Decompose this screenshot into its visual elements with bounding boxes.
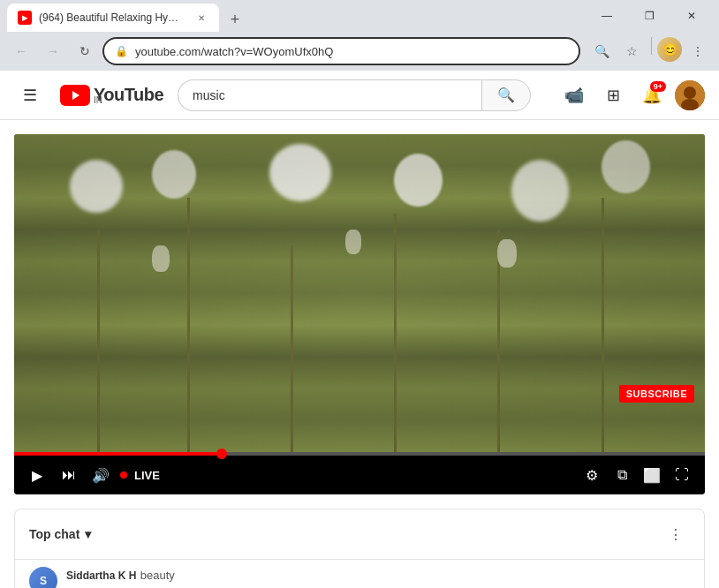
live-label: LIVE <box>134 469 160 482</box>
svg-marker-0 <box>72 91 79 100</box>
forward-button[interactable]: → <box>39 37 67 65</box>
youtube-logo-country: IN <box>94 96 163 105</box>
youtube-header: ☰ YouTube IN 🔍 📹 ⊞ 🔔 9+ <box>0 71 719 120</box>
youtube-logo[interactable]: YouTube IN <box>60 85 163 106</box>
tab-favicon: ▶ <box>18 11 32 25</box>
upload-button[interactable]: 📹 <box>558 79 590 111</box>
chat-dropdown-icon: ▾ <box>85 527 91 541</box>
theater-button[interactable]: ⬜ <box>640 463 664 487</box>
search-input[interactable] <box>178 79 481 111</box>
chat-more-button[interactable]: ⋮ <box>662 520 690 548</box>
browser-search-button[interactable]: 🔍 <box>587 37 616 65</box>
video-container[interactable]: SUBSCRIBE ▶ ⏭ 🔊 LIVE ⚙ ⧉ ⬜ ⛶ <box>14 134 705 494</box>
progress-fill <box>14 452 222 456</box>
chat-section: Top chat ▾ ⋮ S Siddartha K H beauty <box>14 509 705 588</box>
back-button[interactable]: ← <box>7 37 35 65</box>
address-bar[interactable]: 🔒 youtube.com/watch?v=WOyomUfx0hQ <box>102 37 580 65</box>
search-area: 🔍 <box>178 79 531 111</box>
address-text: youtube.com/watch?v=WOyomUfx0hQ <box>135 45 568 58</box>
chat-avatar: S <box>29 567 57 588</box>
notification-badge: 9+ <box>650 81 666 92</box>
play-button[interactable]: ▶ <box>25 463 49 487</box>
settings-button[interactable]: ⚙ <box>579 463 604 487</box>
volume-button[interactable]: 🔊 <box>88 463 113 487</box>
tab-close-button[interactable]: ✕ <box>194 11 208 25</box>
page-content: ☰ YouTube IN 🔍 📹 ⊞ 🔔 9+ <box>0 71 719 588</box>
youtube-logo-icon <box>60 85 90 106</box>
chat-message-text: beauty <box>140 569 175 582</box>
chat-header: Top chat ▾ ⋮ <box>15 509 704 560</box>
notification-button[interactable]: 🔔 9+ <box>636 79 668 111</box>
live-dot <box>120 471 127 479</box>
chat-message: S Siddartha K H beauty <box>15 560 704 588</box>
right-controls: ⚙ ⧉ ⬜ ⛶ <box>579 463 694 487</box>
svg-point-2 <box>684 87 696 99</box>
video-thumbnail: SUBSCRIBE <box>14 134 705 452</box>
header-actions: 📹 ⊞ 🔔 9+ <box>558 79 705 111</box>
chat-content: Siddartha K H beauty <box>66 567 690 583</box>
chat-username: Siddartha K H <box>66 569 136 582</box>
refresh-button[interactable]: ↻ <box>71 37 99 65</box>
progress-dot <box>216 449 227 459</box>
browser-actions: 🔍 ☆ 😊 ⋮ <box>587 37 712 65</box>
active-tab[interactable]: ▶ (964) Beautiful Relaxing Hymns... ✕ <box>7 4 219 32</box>
window-controls: — ❐ ✕ <box>587 2 712 30</box>
bookmark-button[interactable]: ☆ <box>617 37 646 65</box>
search-button[interactable]: 🔍 <box>481 79 531 111</box>
video-progress[interactable] <box>14 452 705 456</box>
menu-button[interactable]: ☰ <box>14 79 46 111</box>
restore-button[interactable]: ❐ <box>629 2 670 30</box>
next-button[interactable]: ⏭ <box>57 463 81 487</box>
chat-title[interactable]: Top chat ▾ <box>29 527 91 541</box>
user-avatar[interactable] <box>675 80 705 110</box>
title-bar: ▶ (964) Beautiful Relaxing Hymns... ✕ + … <box>0 0 719 32</box>
minimize-button[interactable]: — <box>587 2 627 30</box>
new-tab-button[interactable]: + <box>223 7 247 32</box>
close-button[interactable]: ✕ <box>671 2 712 30</box>
address-bar-row: ← → ↻ 🔒 youtube.com/watch?v=WOyomUfx0hQ … <box>0 32 719 71</box>
tab-title: (964) Beautiful Relaxing Hymns... <box>39 11 187 24</box>
miniplayer-button[interactable]: ⧉ <box>609 463 634 487</box>
separator <box>651 37 652 55</box>
video-controls: ▶ ⏭ 🔊 LIVE ⚙ ⧉ ⬜ ⛶ <box>14 456 705 494</box>
browser-profile-button[interactable]: 😊 <box>657 37 682 62</box>
fullscreen-button[interactable]: ⛶ <box>670 463 694 487</box>
tab-area: ▶ (964) Beautiful Relaxing Hymns... ✕ + <box>7 0 576 32</box>
subscribe-overlay-button[interactable]: SUBSCRIBE <box>619 385 694 403</box>
apps-button[interactable]: ⊞ <box>597 79 629 111</box>
lock-icon: 🔒 <box>115 45 128 57</box>
chat-title-text: Top chat <box>29 527 79 541</box>
browser-more-button[interactable]: ⋮ <box>684 37 712 65</box>
